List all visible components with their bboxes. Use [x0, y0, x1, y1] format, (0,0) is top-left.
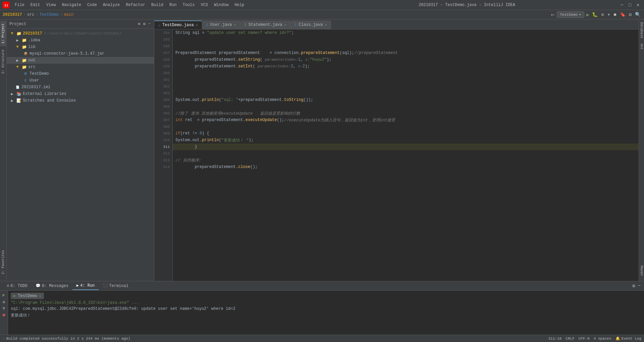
run-rerun-icon[interactable]: ▶: [2, 292, 5, 298]
menu-view[interactable]: View: [44, 2, 59, 8]
tree-item-lib[interactable]: ▼ 📁 lib: [7, 44, 154, 50]
tab-testdemo[interactable]: ☕ TestDemo.java ✕: [154, 20, 202, 29]
sidebar-tab-favorites[interactable]: 2: Favorites: [0, 247, 6, 277]
sidebar-tab-ant[interactable]: Ant: [639, 41, 644, 52]
debug-button[interactable]: 🐛: [591, 11, 598, 18]
sidebar-tab-structure[interactable]: 2: Structure: [0, 47, 6, 76]
bookmark-icon[interactable]: 🔖: [619, 11, 626, 18]
menu-tools[interactable]: Tools: [180, 2, 198, 8]
run-controls-left: ▶ ▲ ▼ ■: [0, 291, 8, 335]
code-editor[interactable]: 294 295 296 297 298 299 300 301 302 303 …: [154, 30, 639, 281]
tree-item-scratches[interactable]: ▶ 📝 Scratches and Consoles: [7, 97, 154, 104]
run-config-dropdown-icon[interactable]: ▾: [579, 12, 581, 17]
tree-item-idea[interactable]: ▶ 📁 .idea: [7, 37, 154, 44]
tree-item-user[interactable]: C User: [7, 77, 154, 84]
search-everywhere[interactable]: 🔍: [634, 11, 641, 18]
menu-vcs[interactable]: VCS: [198, 2, 211, 8]
minimize-button[interactable]: ─: [619, 2, 625, 8]
sidebar-tab-database[interactable]: Database: [639, 19, 644, 41]
sidebar-tab-maven[interactable]: Maven: [639, 263, 644, 278]
tree-item-root[interactable]: ▼ 📁 20210317 C:\Users\dell\IdeaProjects\…: [7, 30, 154, 37]
build-icon: ✓: [3, 336, 5, 341]
breadcrumb-item-project[interactable]: 20210317: [3, 12, 22, 17]
more-run-options[interactable]: ▾: [607, 11, 611, 18]
tree-item-mysql-jar[interactable]: 📦 mysql-connector-java-5.1.47.jar: [7, 50, 154, 57]
breadcrumb-item-main[interactable]: main: [64, 12, 73, 17]
run-scroll-down-icon[interactable]: ▼: [2, 306, 5, 311]
locate-icon[interactable]: ⊕: [137, 21, 141, 27]
expand-icon[interactable]: ⊡: [628, 11, 632, 18]
settings-icon[interactable]: ⚙: [143, 21, 146, 27]
idea-folder-icon: 📁: [21, 38, 27, 43]
linenum-303: 303: [154, 90, 172, 97]
menu-edit[interactable]: Edit: [28, 2, 43, 8]
tree-item-iml[interactable]: 📄 20210317.iml: [7, 84, 154, 91]
run-button[interactable]: ▶: [586, 11, 590, 18]
bottom-tabs: ≡ 6: TODO 💬 0: Messages ▶ 4: Run ⬛ Termi…: [0, 281, 644, 291]
menu-help[interactable]: Help: [232, 2, 247, 8]
menu-code[interactable]: Code: [85, 2, 100, 8]
scratches-folder-icon: 📝: [16, 98, 21, 103]
tree-root-path: C:\Users\dell\IdeaProjects\20210317: [44, 32, 122, 36]
run-scroll-up-icon[interactable]: ▲: [2, 299, 5, 304]
collapse-icon[interactable]: −: [148, 21, 151, 27]
tab-close-statement[interactable]: ✕: [284, 23, 286, 27]
tab-close-testdemo[interactable]: ✕: [196, 23, 198, 27]
line-ending[interactable]: CRLF: [566, 337, 574, 341]
menu-analyze[interactable]: Analyze: [100, 2, 122, 8]
maximize-button[interactable]: □: [627, 2, 633, 8]
code-line-306: //除了 查询 其他都变用executeUpdate 返回值是受影响的行数: [173, 110, 639, 117]
tab-user[interactable]: C User.java ✕: [202, 20, 240, 29]
code-line-314: preparedStatement.close();: [173, 164, 639, 170]
bottom-tab-run[interactable]: ▶ 4: Run: [72, 282, 99, 290]
linenum-309: 309: [154, 130, 172, 137]
tree-item-testdemo[interactable]: m TestDemo: [7, 70, 154, 77]
bottom-tab-todo[interactable]: ≡ 6: TODO: [3, 282, 32, 290]
bottom-minimize-icon[interactable]: −: [637, 282, 641, 289]
linenum-295: 295: [154, 36, 172, 43]
back-icon[interactable]: ⟵: [551, 11, 555, 18]
main-content: 1: Project 2: Structure 2: Favorites Pro…: [0, 19, 644, 281]
menu-navigate[interactable]: Navigate: [59, 2, 84, 8]
tree-item-external-libs[interactable]: ▶ 📚 External Libraries: [7, 91, 154, 97]
tree-label-mysql-jar: mysql-connector-java-5.1.47.jar: [30, 51, 104, 56]
bottom-tab-messages[interactable]: 💬 0: Messages: [32, 282, 72, 290]
close-button[interactable]: ✕: [635, 2, 641, 8]
menu-refactor[interactable]: Refactor: [123, 2, 148, 8]
status-right: 311:10 CRLF UTF-8 4 spaces 🔔 Event Log: [548, 336, 641, 341]
menu-build[interactable]: Build: [149, 2, 166, 8]
tree-label-testdemo: TestDemo: [30, 71, 49, 76]
tab-close-user[interactable]: ✕: [234, 23, 236, 27]
run-tab-close[interactable]: ✕: [39, 294, 41, 298]
menu-file[interactable]: File: [12, 2, 27, 8]
breadcrumb-sep-1: ›: [23, 12, 26, 17]
tab-label-user: User.java: [210, 22, 232, 27]
linenum-312: 312: [154, 150, 172, 157]
sidebar-tab-project[interactable]: 1: Project: [0, 21, 6, 46]
tab-close-class[interactable]: ✕: [325, 23, 327, 27]
tree-item-src[interactable]: ▼ 📁 src: [7, 64, 154, 70]
breadcrumb-sep-3: ›: [60, 12, 62, 17]
encoding[interactable]: UTF-8: [579, 337, 590, 341]
tab-statement[interactable]: I Statement.java ✕: [240, 20, 291, 29]
coverage-button[interactable]: ⊙: [600, 11, 604, 18]
run-tab-label[interactable]: ▶ TestDemo ✕: [11, 293, 44, 299]
stop-button[interactable]: ■: [613, 11, 617, 18]
tree-item-out[interactable]: ▶ 📁 out: [7, 57, 154, 64]
menu-window[interactable]: Window: [211, 2, 231, 8]
bottom-tab-terminal[interactable]: ⬛ Terminal: [99, 282, 132, 290]
tree-label-iml: 20210317.iml: [21, 85, 50, 90]
code-content[interactable]: String sql = "update user set name=? whe…: [173, 30, 639, 281]
tab-class[interactable]: C Class.java ✕: [290, 20, 331, 29]
cursor-position[interactable]: 311:10: [548, 337, 562, 341]
project-panel-header: Project ⊕ ⚙ −: [7, 19, 154, 29]
testdemo-java-icon: m: [23, 71, 28, 76]
bottom-settings-icon[interactable]: ⚙: [632, 282, 636, 289]
run-config-selector[interactable]: TestDemo ▾: [557, 11, 584, 18]
menu-run[interactable]: Run: [167, 2, 179, 8]
indent-setting[interactable]: 4 spaces: [594, 337, 611, 341]
breadcrumb-item-src[interactable]: src: [27, 12, 35, 17]
run-stop-icon[interactable]: ■: [2, 312, 5, 318]
breadcrumb-item-testdemo[interactable]: TestDemo: [40, 12, 59, 17]
event-log-link[interactable]: 🔔 Event Log: [615, 336, 641, 341]
